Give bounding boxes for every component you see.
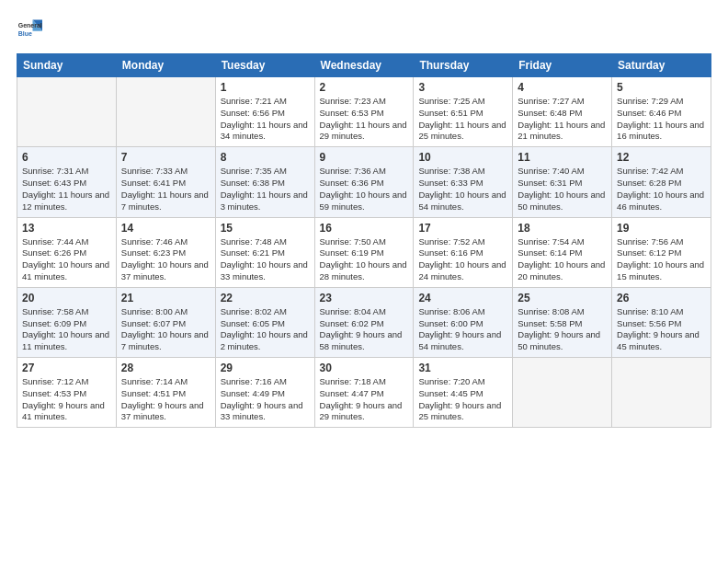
calendar-cell: 6Sunrise: 7:31 AMSunset: 6:43 PMDaylight…	[17, 147, 117, 217]
day-number: 23	[320, 292, 409, 304]
cell-details: Sunrise: 8:00 AMSunset: 6:07 PMDaylight:…	[121, 306, 210, 353]
calendar-cell: 10Sunrise: 7:38 AMSunset: 6:33 PMDayligh…	[414, 147, 513, 217]
calendar-cell: 16Sunrise: 7:50 AMSunset: 6:19 PMDayligh…	[314, 217, 414, 287]
calendar-cell	[612, 358, 711, 428]
cell-details: Sunrise: 7:50 AMSunset: 6:19 PMDaylight:…	[320, 236, 409, 283]
cell-details: Sunrise: 7:25 AMSunset: 6:51 PMDaylight:…	[418, 96, 507, 143]
calendar-cell	[17, 77, 117, 147]
calendar-cell: 1Sunrise: 7:21 AMSunset: 6:56 PMDaylight…	[215, 77, 314, 147]
header: General Blue	[17, 17, 711, 42]
cell-details: Sunrise: 7:46 AMSunset: 6:23 PMDaylight:…	[121, 236, 210, 283]
cell-details: Sunrise: 7:14 AMSunset: 4:51 PMDaylight:…	[121, 376, 210, 423]
weekday-header: Friday	[513, 54, 612, 77]
day-number: 8	[221, 151, 310, 164]
cell-details: Sunrise: 7:12 AMSunset: 4:53 PMDaylight:…	[22, 376, 111, 423]
cell-details: Sunrise: 7:58 AMSunset: 6:09 PMDaylight:…	[22, 306, 111, 353]
page: General Blue SundayMondayTuesdayWednesda…	[0, 0, 728, 563]
calendar-week-row: 20Sunrise: 7:58 AMSunset: 6:09 PMDayligh…	[17, 287, 711, 357]
calendar-cell: 22Sunrise: 8:02 AMSunset: 6:05 PMDayligh…	[215, 287, 314, 357]
svg-text:Blue: Blue	[18, 30, 32, 37]
day-number: 3	[418, 81, 507, 94]
cell-details: Sunrise: 7:36 AMSunset: 6:36 PMDaylight:…	[320, 166, 409, 213]
cell-details: Sunrise: 7:18 AMSunset: 4:47 PMDaylight:…	[320, 376, 409, 423]
day-number: 2	[320, 81, 409, 94]
calendar-cell: 4Sunrise: 7:27 AMSunset: 6:48 PMDaylight…	[513, 77, 612, 147]
calendar-cell: 29Sunrise: 7:16 AMSunset: 4:49 PMDayligh…	[215, 358, 314, 428]
weekday-header: Wednesday	[314, 54, 414, 77]
cell-details: Sunrise: 7:33 AMSunset: 6:41 PMDaylight:…	[121, 166, 210, 213]
calendar-week-row: 27Sunrise: 7:12 AMSunset: 4:53 PMDayligh…	[17, 358, 711, 428]
cell-details: Sunrise: 8:10 AMSunset: 5:56 PMDaylight:…	[617, 306, 706, 353]
day-number: 10	[418, 151, 507, 164]
day-number: 11	[518, 151, 607, 164]
cell-details: Sunrise: 7:29 AMSunset: 6:46 PMDaylight:…	[617, 96, 706, 143]
cell-details: Sunrise: 7:48 AMSunset: 6:21 PMDaylight:…	[221, 236, 310, 283]
calendar-cell: 12Sunrise: 7:42 AMSunset: 6:28 PMDayligh…	[612, 147, 711, 217]
calendar-week-row: 6Sunrise: 7:31 AMSunset: 6:43 PMDaylight…	[17, 147, 711, 217]
weekday-header: Thursday	[414, 54, 513, 77]
cell-details: Sunrise: 8:06 AMSunset: 6:00 PMDaylight:…	[418, 306, 507, 353]
day-number: 5	[617, 81, 706, 94]
day-number: 6	[22, 151, 111, 164]
cell-details: Sunrise: 7:31 AMSunset: 6:43 PMDaylight:…	[22, 166, 111, 213]
day-number: 24	[418, 292, 507, 304]
cell-details: Sunrise: 8:04 AMSunset: 6:02 PMDaylight:…	[320, 306, 409, 353]
cell-details: Sunrise: 7:42 AMSunset: 6:28 PMDaylight:…	[617, 166, 706, 213]
cell-details: Sunrise: 7:38 AMSunset: 6:33 PMDaylight:…	[418, 166, 507, 213]
day-number: 16	[320, 222, 409, 235]
calendar-table: SundayMondayTuesdayWednesdayThursdayFrid…	[17, 53, 711, 428]
day-number: 9	[320, 151, 409, 164]
day-number: 29	[221, 362, 310, 374]
cell-details: Sunrise: 7:23 AMSunset: 6:53 PMDaylight:…	[320, 96, 409, 143]
cell-details: Sunrise: 7:52 AMSunset: 6:16 PMDaylight:…	[418, 236, 507, 283]
calendar-cell	[513, 358, 612, 428]
day-number: 17	[418, 222, 507, 235]
calendar-cell: 14Sunrise: 7:46 AMSunset: 6:23 PMDayligh…	[116, 217, 215, 287]
weekday-header: Monday	[116, 54, 215, 77]
calendar-cell: 19Sunrise: 7:56 AMSunset: 6:12 PMDayligh…	[612, 217, 711, 287]
calendar-cell: 2Sunrise: 7:23 AMSunset: 6:53 PMDaylight…	[314, 77, 414, 147]
day-number: 22	[221, 292, 310, 304]
calendar-cell: 31Sunrise: 7:20 AMSunset: 4:45 PMDayligh…	[414, 358, 513, 428]
calendar-cell: 26Sunrise: 8:10 AMSunset: 5:56 PMDayligh…	[612, 287, 711, 357]
calendar-cell: 5Sunrise: 7:29 AMSunset: 6:46 PMDaylight…	[612, 77, 711, 147]
day-number: 15	[221, 222, 310, 235]
calendar-cell: 3Sunrise: 7:25 AMSunset: 6:51 PMDaylight…	[414, 77, 513, 147]
day-number: 12	[617, 151, 706, 164]
day-number: 30	[320, 362, 409, 374]
cell-details: Sunrise: 7:35 AMSunset: 6:38 PMDaylight:…	[221, 166, 310, 213]
calendar-cell	[116, 77, 215, 147]
cell-details: Sunrise: 7:56 AMSunset: 6:12 PMDaylight:…	[617, 236, 706, 283]
calendar-cell: 8Sunrise: 7:35 AMSunset: 6:38 PMDaylight…	[215, 147, 314, 217]
cell-details: Sunrise: 7:21 AMSunset: 6:56 PMDaylight:…	[221, 96, 310, 143]
day-number: 21	[121, 292, 210, 304]
weekday-header: Tuesday	[215, 54, 314, 77]
calendar-cell: 9Sunrise: 7:36 AMSunset: 6:36 PMDaylight…	[314, 147, 414, 217]
cell-details: Sunrise: 8:08 AMSunset: 5:58 PMDaylight:…	[518, 306, 607, 353]
calendar-cell: 13Sunrise: 7:44 AMSunset: 6:26 PMDayligh…	[17, 217, 117, 287]
cell-details: Sunrise: 7:44 AMSunset: 6:26 PMDaylight:…	[22, 236, 111, 283]
day-number: 25	[518, 292, 607, 304]
cell-details: Sunrise: 7:20 AMSunset: 4:45 PMDaylight:…	[418, 376, 507, 423]
day-number: 18	[518, 222, 607, 235]
day-number: 31	[418, 362, 507, 374]
calendar-week-row: 1Sunrise: 7:21 AMSunset: 6:56 PMDaylight…	[17, 77, 711, 147]
calendar-cell: 23Sunrise: 8:04 AMSunset: 6:02 PMDayligh…	[314, 287, 414, 357]
calendar-cell: 18Sunrise: 7:54 AMSunset: 6:14 PMDayligh…	[513, 217, 612, 287]
calendar-cell: 30Sunrise: 7:18 AMSunset: 4:47 PMDayligh…	[314, 358, 414, 428]
calendar-cell: 27Sunrise: 7:12 AMSunset: 4:53 PMDayligh…	[17, 358, 117, 428]
day-number: 19	[617, 222, 706, 235]
calendar-cell: 7Sunrise: 7:33 AMSunset: 6:41 PMDaylight…	[116, 147, 215, 217]
weekday-header: Saturday	[612, 54, 711, 77]
cell-details: Sunrise: 7:27 AMSunset: 6:48 PMDaylight:…	[518, 96, 607, 143]
day-number: 7	[121, 151, 210, 164]
logo: General Blue	[17, 17, 46, 42]
calendar-cell: 21Sunrise: 8:00 AMSunset: 6:07 PMDayligh…	[116, 287, 215, 357]
cell-details: Sunrise: 7:54 AMSunset: 6:14 PMDaylight:…	[518, 236, 607, 283]
calendar-week-row: 13Sunrise: 7:44 AMSunset: 6:26 PMDayligh…	[17, 217, 711, 287]
day-number: 1	[221, 81, 310, 94]
cell-details: Sunrise: 7:16 AMSunset: 4:49 PMDaylight:…	[221, 376, 310, 423]
day-number: 14	[121, 222, 210, 235]
calendar-cell: 28Sunrise: 7:14 AMSunset: 4:51 PMDayligh…	[116, 358, 215, 428]
calendar-cell: 20Sunrise: 7:58 AMSunset: 6:09 PMDayligh…	[17, 287, 117, 357]
